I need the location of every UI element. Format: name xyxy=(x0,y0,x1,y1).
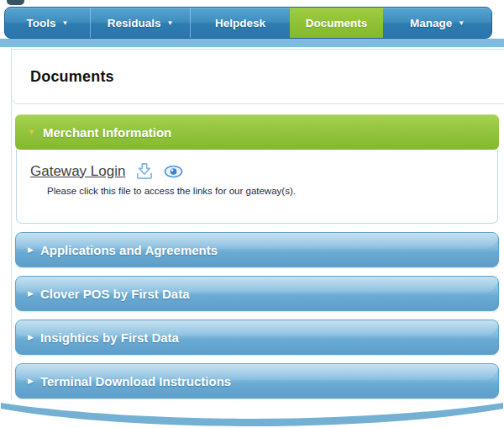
chevron-down-icon: ▼ xyxy=(62,20,69,27)
nav-tab-label: Tools xyxy=(27,17,56,29)
accordion-header-applications-and-agreements[interactable]: ▶ Applications and Agreements xyxy=(15,232,499,267)
accordion-header-terminal-download[interactable]: ▶ Terminal Download Instructions xyxy=(15,363,499,399)
gateway-login-link[interactable]: Gateway Login xyxy=(30,163,125,180)
nav-tab-tools[interactable]: Tools ▼ xyxy=(5,8,90,38)
collapsed-arrow-icon: ▶ xyxy=(28,289,34,298)
collapsed-arrow-icon: ▶ xyxy=(28,377,34,385)
document-description: Please click this file to access the lin… xyxy=(47,186,484,196)
expanded-arrow-icon: ▼ xyxy=(28,128,35,136)
nav-tab-documents-active[interactable]: Documents xyxy=(290,8,383,38)
bottom-swoosh-decoration xyxy=(0,397,504,427)
app-window: Tools ▼ Residuals ▼ Helpdesk Documents M… xyxy=(0,0,504,428)
top-navigation-bar: Tools ▼ Residuals ▼ Helpdesk Documents M… xyxy=(4,7,492,39)
chevron-down-icon: ▼ xyxy=(166,20,173,27)
nav-tab-label: Documents xyxy=(306,17,368,29)
nav-underline-strip xyxy=(0,39,504,47)
chevron-down-icon: ▼ xyxy=(458,20,465,27)
download-icon[interactable] xyxy=(135,162,154,180)
accordion-header-merchant-information[interactable]: ▼ Merchant Information xyxy=(15,114,499,150)
eye-preview-icon[interactable] xyxy=(164,165,183,178)
merchant-information-panel: Gateway Login Please click this file to … xyxy=(16,150,498,224)
nav-tab-label: Manage xyxy=(410,17,452,29)
nav-tab-residuals[interactable]: Residuals ▼ xyxy=(90,8,190,38)
nav-tab-manage[interactable]: Manage ▼ xyxy=(383,8,491,38)
browser-tab-remnant xyxy=(7,0,24,5)
section-title: Clover POS by First Data xyxy=(40,287,190,301)
section-title: Merchant Information xyxy=(43,125,171,140)
page-title-box: Documents xyxy=(11,49,504,104)
nav-tab-helpdesk[interactable]: Helpdesk xyxy=(190,8,290,38)
nav-tab-label: Helpdesk xyxy=(215,17,265,29)
section-title: Insightics by First Data xyxy=(40,330,179,345)
document-link-row: Gateway Login xyxy=(30,162,484,180)
section-title: Terminal Download Instructions xyxy=(40,374,231,388)
collapsed-arrow-icon: ▶ xyxy=(28,246,34,254)
collapsed-arrow-icon: ▶ xyxy=(28,333,34,341)
page-title: Documents xyxy=(30,68,114,86)
accordion-header-insightics[interactable]: ▶ Insightics by First Data xyxy=(15,320,499,355)
nav-tab-label: Residuals xyxy=(108,17,161,29)
section-title: Applications and Agreements xyxy=(40,243,218,257)
accordion-header-clover-pos[interactable]: ▶ Clover POS by First Data xyxy=(15,276,499,311)
